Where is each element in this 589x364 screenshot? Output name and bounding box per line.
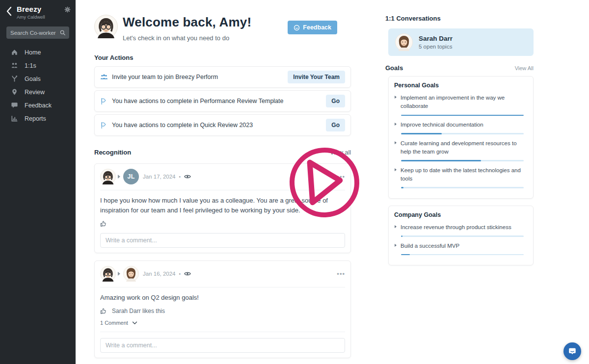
thumbs-up-icon[interactable] [100,220,107,227]
action-text: You have actions to complete in Quick Re… [112,122,253,129]
flag-icon [100,97,108,105]
post-text: Amazing work on Q2 design goals! [100,293,345,303]
goal-item: Implement an improvement in the way we c… [394,94,528,116]
thumbs-up-icon[interactable] [100,308,107,314]
back-chevron-icon[interactable] [5,6,14,17]
goals-title: Goals [385,64,403,72]
divider [100,332,345,332]
more-menu-icon[interactable]: ••• [337,271,345,277]
conversation-card-sarah[interactable]: Sarah Darr 5 open topics [388,28,534,56]
post-date: Jan 17, 2024 [143,174,176,180]
coworker-search[interactable] [6,26,69,39]
goal-expand[interactable]: Build a successful MVP [394,242,528,250]
caret-right-icon [395,141,397,144]
avatar-sarah [123,266,139,282]
goal-item: Build a successful MVP [394,242,528,256]
goal-item: Curate learning and development resource… [394,139,528,161]
action-card-performance-review: You have actions to complete in Performa… [94,90,351,112]
sidebar-item-reports[interactable]: Reports [0,112,76,125]
goal-text: Keep up to date with the latest technolo… [401,166,523,183]
goal-progress-bar [401,187,524,188]
left-sidebar: Breezy Amy Caldwell Home [0,0,76,364]
company-goals-card: Company Goals Increase revenue through p… [388,206,534,266]
chat-launcher-icon [568,347,577,356]
goals-view-all-link[interactable]: View All [515,65,534,71]
goal-item: Improve technical documentation [394,121,528,134]
goal-text: Implement an improvement in the way we c… [401,94,523,111]
sidebar-item-label: Home [25,49,41,56]
goal-expand[interactable]: Curate learning and development resource… [394,139,528,156]
action-list: Invite your team to join Breezy Perform … [94,66,351,136]
go-button[interactable]: Go [326,119,345,131]
goal-progress-bar [401,115,524,116]
post-date: Jan 16, 2024 [143,271,176,277]
chat-bubble-icon [10,102,18,109]
goal-expand[interactable]: Implement an improvement in the way we c… [394,94,528,111]
sidebar-nav: Home 1:1s Goals [0,46,76,125]
recognition-post: Jan 16, 2024 • ••• Amazing work on Q2 de… [94,260,351,358]
goal-progress-fill [401,235,402,237]
conversation-person-name: Sarah Darr [419,35,453,42]
feedback-button[interactable]: Feedback [288,21,337,34]
go-button[interactable]: Go [326,95,345,107]
page-subtitle: Let's check in on what you need to do [123,34,251,42]
people-icon [10,62,18,70]
caret-right-icon [395,123,397,126]
sidebar-item-goals[interactable]: Goals [0,72,76,85]
caret-right-icon [118,272,120,276]
invite-your-team-button[interactable]: Invite Your Team [288,71,345,83]
settings-gear-icon[interactable] [64,6,71,13]
goal-icon [10,75,18,83]
goal-text: Curate learning and development resource… [401,139,523,156]
goal-expand[interactable]: Keep up to date with the latest technolo… [394,166,528,183]
chat-launcher-button[interactable] [563,342,581,360]
goal-expand[interactable]: Improve technical documentation [394,121,528,129]
feedback-button-label: Feedback [303,24,331,31]
caret-right-icon [395,244,397,247]
sidebar-item-label: Goals [25,76,41,82]
goal-progress-fill [401,115,524,116]
likes-text: Sarah Darr likes this [112,308,165,314]
flag-icon [100,121,108,129]
action-text: Invite your team to join Breezy Perform [112,74,218,80]
goal-progress-bar [401,133,524,134]
right-rail: 1:1 Conversations Sarah Darr 5 open topi… [385,0,534,265]
sidebar-item-label: Review [25,89,45,96]
search-input[interactable] [10,30,60,36]
company-goals-title: Company Goals [394,211,528,218]
sidebar-item-home[interactable]: Home [0,46,76,59]
visibility-eye-icon [184,271,191,277]
goal-progress-fill [401,133,442,134]
sidebar-item-feedback[interactable]: Feedback [0,99,76,112]
page-title: Welcome back, Amy! [123,15,251,30]
caret-right-icon [395,96,397,99]
goal-item: Increase revenue through product stickin… [394,223,528,237]
goal-expand[interactable]: Increase revenue through product stickin… [394,223,528,232]
recognition-label: Recognition [94,149,131,156]
sidebar-item-label: Reports [25,115,46,122]
goal-progress-fill [401,160,481,161]
avatar-sarah [395,33,413,51]
sidebar-item-review[interactable]: Review [0,85,76,99]
action-card-quick-review: You have actions to complete in Quick Re… [94,114,351,136]
comment-input[interactable] [100,338,345,353]
sidebar-item-1-1s[interactable]: 1:1s [0,59,76,72]
personal-goals-title: Personal Goals [394,82,528,89]
dot-separator: • [179,271,181,277]
chevron-down-icon [132,321,137,325]
page-header: Welcome back, Amy! Let's check in on wha… [94,15,351,42]
goal-progress-bar [401,254,524,256]
caret-right-icon [395,225,397,228]
goal-progress-bar [401,160,524,161]
action-card-invite: Invite your team to join Breezy Perform … [94,66,351,88]
play-annotation-icon[interactable] [287,144,362,221]
home-icon [10,49,18,56]
divider [100,287,345,287]
conversations-title: 1:1 Conversations [385,15,534,22]
comment-input[interactable] [100,233,345,248]
comment-toggle[interactable]: 1 Comment [100,320,345,326]
map-pin-icon [10,88,18,96]
visibility-eye-icon [184,174,191,180]
team-icon [100,73,108,81]
sidebar-user-name: Amy Caldwell [17,14,64,20]
